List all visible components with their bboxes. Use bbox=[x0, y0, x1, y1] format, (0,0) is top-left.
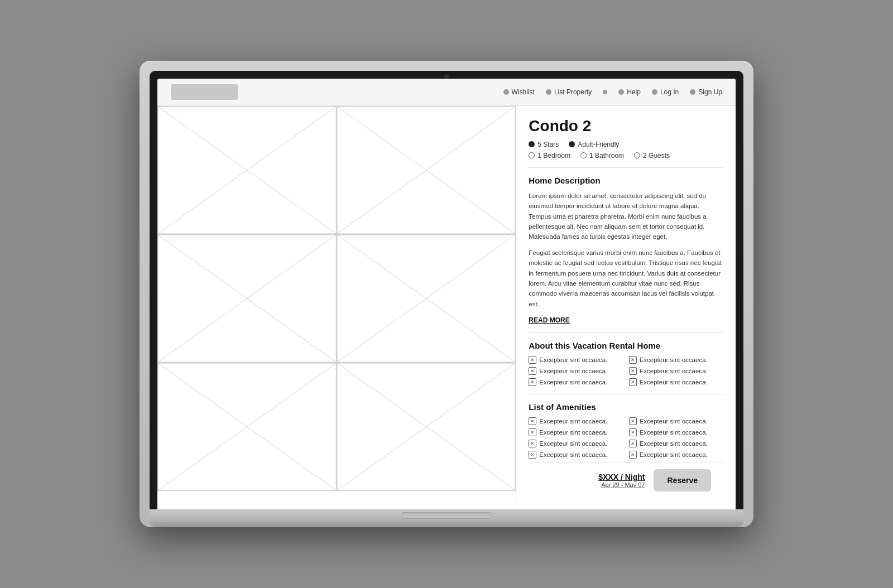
description-paragraph-2: Feugiat scelerisque varius morbi enim nu… bbox=[529, 248, 723, 309]
property-badges-2: 1 Bedroom 1 Bathroom 2 Guests bbox=[529, 152, 723, 160]
amenity-item-8: ✕ Excepteur sint occaeca. bbox=[629, 451, 723, 459]
amenity-label-2: Excepteur sint occaeca. bbox=[640, 418, 708, 425]
nav-dot-signup bbox=[690, 89, 695, 95]
about-item-2: ✕ Excepteur sint occaeca. bbox=[629, 356, 723, 364]
logo bbox=[171, 84, 238, 100]
screen: Wishlist List Property Help bbox=[157, 79, 736, 509]
amenity-label-8: Excepteur sint occaeca. bbox=[640, 451, 708, 458]
about-items-grid: ✕ Excepteur sint occaeca. ✕ Excepteur si… bbox=[529, 356, 723, 386]
about-label-3: Excepteur sint occaeca. bbox=[539, 368, 607, 374]
price-dates: Apr 29 - May 07 bbox=[598, 481, 645, 488]
about-item-1: ✕ Excepteur sint occaeca. bbox=[529, 356, 623, 364]
badge-stars-label: 5 Stars bbox=[537, 141, 559, 148]
nav-item-login[interactable]: Log In bbox=[652, 88, 679, 96]
nav-label-help: Help bbox=[627, 88, 641, 96]
radio-adult-icon bbox=[569, 141, 575, 147]
nav-dot-login bbox=[652, 89, 657, 95]
checkbox-amenity-8: ✕ bbox=[629, 451, 637, 459]
nav-label-signup: Sign Up bbox=[698, 88, 722, 96]
nav-separator bbox=[603, 90, 607, 94]
nav-item-help[interactable]: Help bbox=[618, 88, 641, 96]
amenity-label-7: Excepteur sint occaeca. bbox=[539, 451, 607, 458]
nav-dot-list-property bbox=[546, 89, 551, 95]
trackpad bbox=[402, 512, 491, 519]
nav-item-signup[interactable]: Sign Up bbox=[690, 88, 722, 96]
about-label-4: Excepteur sint occaeca. bbox=[640, 368, 708, 374]
checkbox-about-1: ✕ bbox=[529, 356, 536, 364]
checkbox-about-6: ✕ bbox=[629, 378, 637, 386]
radio-bathroom-icon bbox=[580, 152, 587, 158]
checkbox-amenity-2: ✕ bbox=[629, 417, 637, 425]
about-item-6: ✕ Excepteur sint occaeca. bbox=[629, 378, 723, 386]
gallery-item-5[interactable] bbox=[157, 363, 337, 491]
divider-3 bbox=[529, 394, 723, 394]
nav-item-wishlist[interactable]: Wishlist bbox=[503, 88, 535, 96]
nav-item-list-property[interactable]: List Property bbox=[546, 88, 592, 96]
badge-guests: 2 Guests bbox=[634, 152, 670, 160]
read-more-button[interactable]: READ MORE bbox=[529, 316, 569, 324]
amenity-item-2: ✕ Excepteur sint occaeca. bbox=[629, 417, 723, 425]
laptop-frame: Wishlist List Property Help bbox=[140, 61, 753, 527]
about-label-2: Excepteur sint occaeca. bbox=[640, 356, 708, 363]
amenity-label-3: Excepteur sint occaeca. bbox=[539, 429, 607, 436]
camera-notch bbox=[444, 74, 449, 79]
checkbox-about-3: ✕ bbox=[529, 367, 536, 375]
nav-links: Wishlist List Property Help bbox=[503, 88, 722, 96]
badge-bedroom: 1 Bedroom bbox=[529, 152, 570, 160]
gallery-item-4[interactable] bbox=[337, 234, 516, 363]
about-label-1: Excepteur sint occaeca. bbox=[539, 356, 607, 363]
about-item-4: ✕ Excepteur sint occaeca. bbox=[629, 367, 723, 375]
reserve-button[interactable]: Reserve bbox=[654, 469, 711, 491]
home-description-title: Home Description bbox=[529, 176, 723, 185]
badge-stars: 5 Stars bbox=[529, 141, 559, 148]
nav-dot-wishlist bbox=[503, 89, 509, 95]
divider-1 bbox=[529, 167, 723, 168]
amenity-label-1: Excepteur sint occaeca. bbox=[539, 418, 607, 425]
amenity-label-6: Excepteur sint occaeca. bbox=[640, 440, 708, 447]
about-item-5: ✕ Excepteur sint occaeca. bbox=[529, 378, 623, 386]
gallery-item-2[interactable] bbox=[337, 106, 516, 234]
property-badges: 5 Stars Adult-Friendly bbox=[529, 141, 723, 148]
nav-label-wishlist: Wishlist bbox=[512, 88, 535, 96]
main-content: Condo 2 5 Stars Adult-Friendly bbox=[157, 106, 736, 509]
badge-bathroom: 1 Bathroom bbox=[580, 152, 624, 160]
amenities-title: List of Amenities bbox=[529, 402, 723, 412]
radio-guests-icon bbox=[634, 152, 640, 158]
amenity-label-5: Excepteur sint occaeca. bbox=[539, 440, 607, 447]
amenity-item-3: ✕ Excepteur sint occaeca. bbox=[529, 428, 623, 436]
checkbox-amenity-3: ✕ bbox=[529, 428, 536, 436]
badge-guests-label: 2 Guests bbox=[643, 152, 670, 160]
checkbox-amenity-6: ✕ bbox=[629, 440, 637, 447]
price-amount: $XXX / Night bbox=[598, 473, 645, 481]
property-title: Condo 2 bbox=[529, 117, 723, 135]
gallery-item-1[interactable] bbox=[157, 106, 337, 234]
navigation: Wishlist List Property Help bbox=[157, 79, 736, 106]
badge-adult-friendly: Adult-Friendly bbox=[569, 141, 619, 148]
nav-label-login: Log In bbox=[660, 88, 679, 96]
nav-label-list-property: List Property bbox=[554, 88, 592, 96]
description-paragraph-1: Lorem ipsum dolor sit amet, consectetur … bbox=[529, 191, 723, 242]
badge-bathroom-label: 1 Bathroom bbox=[589, 152, 624, 160]
laptop-bottom bbox=[150, 522, 743, 527]
checkbox-about-5: ✕ bbox=[529, 378, 536, 386]
checkbox-amenity-5: ✕ bbox=[529, 440, 536, 447]
checkbox-amenity-4: ✕ bbox=[629, 428, 637, 436]
photo-gallery bbox=[157, 106, 516, 509]
checkbox-amenity-7: ✕ bbox=[529, 451, 536, 459]
radio-stars-icon bbox=[529, 141, 535, 147]
gallery-item-3[interactable] bbox=[157, 234, 337, 363]
amenity-item-4: ✕ Excepteur sint occaeca. bbox=[629, 428, 723, 436]
checkbox-about-4: ✕ bbox=[629, 367, 637, 375]
about-item-3: ✕ Excepteur sint occaeca. bbox=[529, 367, 623, 375]
amenity-item-5: ✕ Excepteur sint occaeca. bbox=[529, 440, 623, 447]
amenity-item-7: ✕ Excepteur sint occaeca. bbox=[529, 451, 623, 459]
app: Wishlist List Property Help bbox=[157, 79, 736, 509]
gallery-item-6[interactable] bbox=[337, 363, 516, 491]
amenity-item-1: ✕ Excepteur sint occaeca. bbox=[529, 417, 623, 425]
about-label-5: Excepteur sint occaeca. bbox=[539, 379, 607, 385]
checkbox-about-2: ✕ bbox=[629, 356, 637, 364]
amenity-label-4: Excepteur sint occaeca. bbox=[640, 429, 708, 436]
badge-bedroom-label: 1 Bedroom bbox=[537, 152, 570, 160]
radio-bedroom-icon bbox=[529, 152, 535, 158]
price-info: $XXX / Night Apr 29 - May 07 bbox=[598, 473, 645, 488]
